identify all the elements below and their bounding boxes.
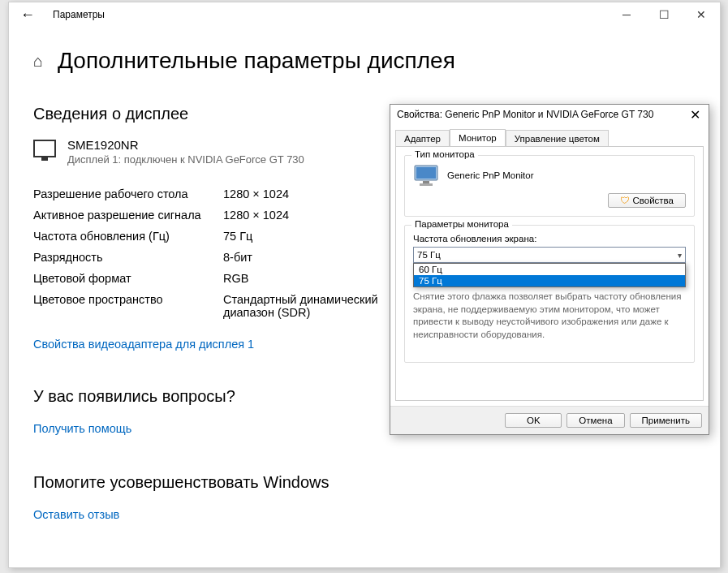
adapter-properties-link[interactable]: Свойства видеоадаптера для дисплея 1 xyxy=(33,338,254,351)
minimize-button[interactable]: ─ xyxy=(608,2,645,27)
monitor-icon xyxy=(33,140,56,157)
monitor-device-icon xyxy=(413,164,439,187)
dialog-title: Свойства: Generic PnP Monitor и NVIDIA G… xyxy=(397,109,653,120)
display-sub: Дисплей 1: подключен к NVIDIA GeForce GT… xyxy=(67,153,304,166)
tab-monitor[interactable]: Монитор xyxy=(450,129,506,146)
apply-button[interactable]: Применить xyxy=(630,413,702,428)
refresh-rate-selected: 75 Гц xyxy=(417,250,441,260)
monitor-type-group: Тип монитора Generic PnP Monitor 🛡Свойст… xyxy=(404,155,695,217)
window-controls: ─ ☐ ✕ xyxy=(608,2,720,27)
dialog-button-row: OK Отмена Применить xyxy=(390,406,709,434)
svg-rect-3 xyxy=(420,183,433,186)
refresh-hint-text: Снятие этого флажка позволяет выбрать ча… xyxy=(413,291,686,341)
get-help-link[interactable]: Получить помощь xyxy=(33,422,131,435)
leave-feedback-link[interactable]: Оставить отзыв xyxy=(33,508,119,521)
cancel-button[interactable]: Отмена xyxy=(566,413,624,428)
info-value: RGB xyxy=(223,272,248,285)
svg-rect-2 xyxy=(423,181,429,183)
dialog-close-button[interactable]: ✕ xyxy=(684,106,705,123)
monitor-device-name: Generic PnP Monitor xyxy=(447,170,534,180)
window-title: Параметры xyxy=(53,9,105,20)
info-value: 1280 × 1024 xyxy=(223,209,289,222)
close-button[interactable]: ✕ xyxy=(683,2,720,27)
ok-button[interactable]: OK xyxy=(505,413,562,428)
refresh-rate-dropdown[interactable]: 75 Гц ▾ xyxy=(413,247,686,263)
info-value: 1280 × 1024 xyxy=(223,187,289,200)
feedback-section: Помогите усовершенствовать Windows Остав… xyxy=(33,473,696,522)
maximize-button[interactable]: ☐ xyxy=(645,2,683,27)
info-value: 75 Гц xyxy=(223,230,252,243)
monitor-params-heading: Параметры монитора xyxy=(411,219,512,229)
titlebar: ← Параметры ─ ☐ ✕ xyxy=(9,2,720,27)
tab-body: Тип монитора Generic PnP Monitor 🛡Свойст… xyxy=(395,146,704,401)
dialog-titlebar: Свойства: Generic PnP Monitor и NVIDIA G… xyxy=(390,105,709,124)
monitor-type-heading: Тип монитора xyxy=(411,149,478,159)
info-label: Цветовой формат xyxy=(33,272,223,285)
display-name: SME1920NR xyxy=(67,138,304,152)
info-label: Цветовое пространство xyxy=(33,293,223,319)
info-label: Разрядность xyxy=(33,251,223,264)
info-value: Стандартный динамический диапазон (SDR) xyxy=(223,293,386,319)
tab-color-management[interactable]: Управление цветом xyxy=(506,130,609,147)
monitor-properties-button[interactable]: 🛡Свойства xyxy=(608,193,687,208)
monitor-params-group: Параметры монитора Частота обновления эк… xyxy=(404,225,695,363)
home-icon[interactable]: ⌂ xyxy=(33,52,43,71)
info-label: Частота обновления (Гц) xyxy=(33,230,223,243)
tabs: Адаптер Монитор Управление цветом xyxy=(390,124,709,146)
page-title: Дополнительные параметры дисплея xyxy=(58,48,455,74)
info-label: Разрешение рабочего стола xyxy=(33,187,223,200)
tab-adapter[interactable]: Адаптер xyxy=(395,130,450,147)
monitor-properties-dialog: Свойства: Generic PnP Monitor и NVIDIA G… xyxy=(390,104,709,435)
feedback-heading: Помогите усовершенствовать Windows xyxy=(33,473,696,492)
svg-rect-1 xyxy=(416,167,436,179)
shield-icon: 🛡 xyxy=(620,196,630,205)
refresh-rate-label: Частота обновления экрана: xyxy=(413,234,686,243)
refresh-rate-dropdown-list: 60 Гц 75 Гц xyxy=(413,263,686,287)
info-value: 8-бит xyxy=(223,251,252,264)
info-label: Активное разрешение сигнала xyxy=(33,209,223,222)
back-button[interactable]: ← xyxy=(9,2,46,27)
header-row: ⌂ Дополнительные параметры дисплея xyxy=(33,48,696,74)
chevron-down-icon: ▾ xyxy=(678,251,682,260)
refresh-option-75[interactable]: 75 Гц xyxy=(414,275,685,286)
refresh-rate-dropdown-wrapper: 75 Гц ▾ 60 Гц 75 Гц xyxy=(413,247,686,263)
refresh-option-60[interactable]: 60 Гц xyxy=(414,264,685,275)
